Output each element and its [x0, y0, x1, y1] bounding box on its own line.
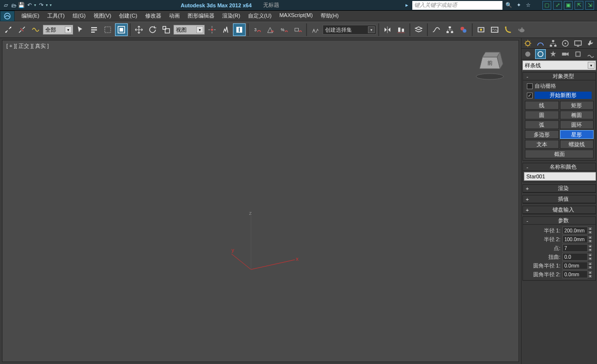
- named-selection-dropdown[interactable]: 创建选择集 ▾: [323, 25, 376, 35]
- sub-shapes-icon[interactable]: [535, 49, 546, 59]
- move-icon[interactable]: [133, 23, 145, 36]
- new-icon[interactable]: ▱: [2, 1, 10, 9]
- points-input[interactable]: [562, 244, 588, 252]
- keyboard-shortcut-override-icon[interactable]: [233, 23, 246, 36]
- spinner-snap-icon[interactable]: [291, 23, 304, 36]
- menu-graph-editors[interactable]: 图形编辑器: [185, 11, 217, 20]
- curve-editor-icon[interactable]: [430, 23, 443, 36]
- shape-ellipse-button[interactable]: 椭圆: [560, 111, 594, 119]
- radius2-input[interactable]: [562, 235, 588, 243]
- shape-rectangle-button[interactable]: 矩形: [560, 101, 594, 110]
- distortion-input[interactable]: [562, 253, 588, 261]
- search-icon[interactable]: 🔍: [504, 1, 513, 10]
- qat-customize-arrow[interactable]: ▾: [49, 1, 53, 9]
- shape-star-button[interactable]: 星形: [560, 130, 594, 139]
- tab-display-icon[interactable]: [573, 38, 583, 48]
- save-icon[interactable]: 💾: [18, 1, 25, 9]
- select-link-icon[interactable]: [2, 23, 15, 36]
- rollout-head-interpolation[interactable]: + 插值: [523, 195, 596, 203]
- snap-toggle-icon[interactable]: 3: [250, 23, 263, 36]
- tab-hierarchy-icon[interactable]: [548, 38, 558, 48]
- shape-donut-button[interactable]: 圆环: [560, 120, 594, 129]
- menu-help[interactable]: 帮助(H): [318, 11, 342, 20]
- shape-circle-button[interactable]: 圆: [525, 111, 559, 119]
- spinner[interactable]: ▲▼: [588, 244, 593, 252]
- unlink-icon[interactable]: [16, 23, 28, 36]
- rotate-icon[interactable]: [146, 23, 159, 36]
- sub-helpers-icon[interactable]: [573, 49, 583, 59]
- menu-rendering[interactable]: 渲染(R): [219, 11, 243, 20]
- object-name-input[interactable]: [524, 172, 596, 181]
- viewport-expand-icon[interactable]: ⤢: [553, 1, 562, 10]
- scale-icon[interactable]: [160, 23, 173, 36]
- spinner[interactable]: ▲▼: [588, 227, 593, 234]
- select-object-icon[interactable]: [74, 23, 87, 36]
- tab-utilities-icon[interactable]: [585, 38, 596, 48]
- angle-snap-icon[interactable]: [264, 23, 277, 36]
- ref-coord-dropdown[interactable]: 视图 ▾: [173, 25, 205, 35]
- menu-views[interactable]: 视图(V): [91, 11, 115, 20]
- viewport-front[interactable]: [ + ][ 正交 ][ 真实 ] 前 x y z: [2, 40, 519, 362]
- menu-customize[interactable]: 自定义(U): [245, 11, 274, 20]
- select-by-name-icon[interactable]: [88, 23, 100, 36]
- shape-line-button[interactable]: 线: [525, 101, 559, 110]
- menu-modifiers[interactable]: 修改器: [142, 11, 164, 20]
- menu-maxscript[interactable]: MAXScript(M): [276, 11, 315, 20]
- rollout-head-keyboard-entry[interactable]: + 键盘输入: [523, 206, 596, 214]
- radius1-input[interactable]: [562, 227, 588, 234]
- window-crossing-icon[interactable]: [115, 23, 128, 36]
- rect-select-icon[interactable]: [101, 23, 114, 36]
- shape-helix-button[interactable]: 螺旋线: [560, 140, 594, 149]
- schematic-view-icon[interactable]: [443, 23, 456, 36]
- selection-filter-dropdown[interactable]: 全部 ▾: [43, 25, 73, 35]
- named-sel-edit-icon[interactable]: [309, 23, 322, 36]
- shape-text-button[interactable]: 文本: [525, 140, 559, 149]
- sub-lights-icon[interactable]: [548, 49, 558, 59]
- viewport-reset-icon[interactable]: ▢: [542, 1, 551, 10]
- shape-section-button[interactable]: 截面: [525, 150, 594, 158]
- teapot-render-icon[interactable]: [516, 23, 528, 36]
- sub-cameras-icon[interactable]: [560, 49, 571, 59]
- pivot-center-icon[interactable]: [206, 23, 218, 36]
- redo-icon[interactable]: ↷: [37, 1, 45, 9]
- spinner[interactable]: ▲▼: [588, 270, 593, 278]
- mirror-icon[interactable]: [381, 23, 394, 36]
- help-chevron-icon[interactable]: ▸: [405, 2, 410, 8]
- sub-systems-icon[interactable]: [585, 49, 596, 59]
- sub-geometry-icon[interactable]: [522, 49, 533, 59]
- layer-manager-icon[interactable]: [412, 23, 425, 36]
- rollout-head-name-color[interactable]: - 名称和颜色: [523, 163, 596, 171]
- checkbox-icon[interactable]: [527, 93, 533, 98]
- render-setup-icon[interactable]: [475, 23, 487, 36]
- menu-edit[interactable]: 编辑(E): [19, 11, 42, 20]
- app-menu-button[interactable]: [0, 11, 15, 21]
- rendered-frame-icon[interactable]: [488, 23, 501, 36]
- tab-motion-icon[interactable]: [560, 38, 571, 48]
- align-icon[interactable]: [395, 23, 407, 36]
- shape-category-dropdown[interactable]: 样条线 ▾: [522, 60, 596, 70]
- help-search-input[interactable]: 键入关键字或短语: [412, 1, 502, 10]
- start-new-shape-row[interactable]: 开始新图形: [524, 91, 595, 100]
- rollout-head-parameters[interactable]: - 参数: [523, 217, 596, 225]
- menu-create[interactable]: 创建(C): [116, 11, 140, 20]
- viewport-out-icon[interactable]: ⇱: [575, 1, 583, 10]
- rollout-head-rendering[interactable]: + 渲染: [523, 185, 596, 192]
- rollout-head-object-type[interactable]: - 对象类型: [523, 73, 596, 80]
- fillet1-input[interactable]: [562, 262, 588, 269]
- render-production-icon[interactable]: [502, 23, 515, 36]
- menu-group[interactable]: 组(G): [70, 11, 89, 20]
- menu-tools[interactable]: 工具(T): [44, 11, 68, 20]
- comm-center-icon[interactable]: ✦: [514, 1, 523, 10]
- open-icon[interactable]: 🗁: [10, 1, 18, 9]
- redo-history-arrow[interactable]: ▾: [45, 1, 49, 9]
- manipulate-icon[interactable]: [219, 23, 232, 36]
- percent-snap-icon[interactable]: %: [278, 23, 290, 36]
- spinner[interactable]: ▲▼: [588, 235, 593, 243]
- shape-arc-button[interactable]: 弧: [525, 120, 559, 129]
- viewport-in-icon[interactable]: ⇲: [585, 1, 594, 10]
- checkbox-icon[interactable]: [527, 83, 533, 89]
- viewport-swap-icon[interactable]: ▣: [564, 1, 573, 10]
- menu-animation[interactable]: 动画: [166, 11, 183, 20]
- undo-icon[interactable]: ↶: [25, 1, 33, 9]
- bind-spacewarp-icon[interactable]: [29, 23, 42, 36]
